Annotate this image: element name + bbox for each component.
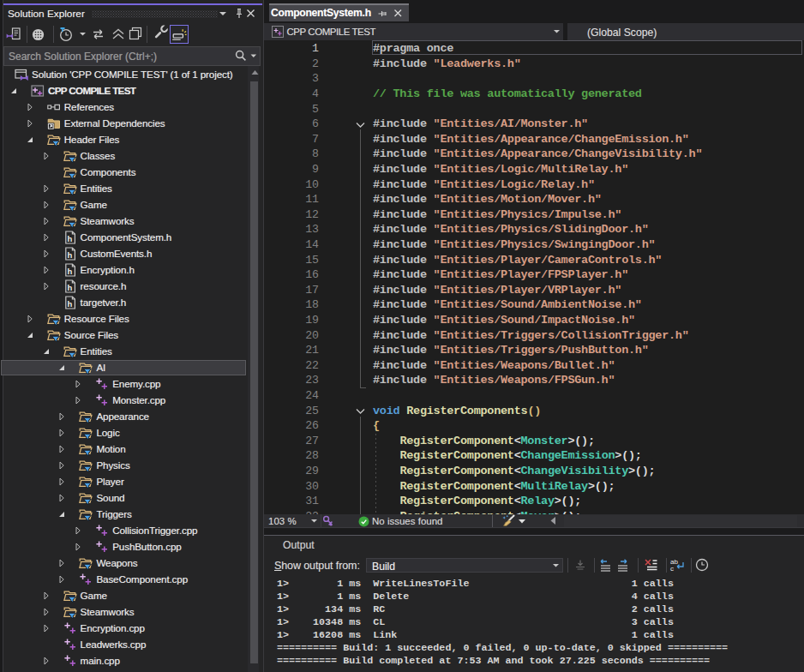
svg-text:c: c xyxy=(670,565,674,572)
